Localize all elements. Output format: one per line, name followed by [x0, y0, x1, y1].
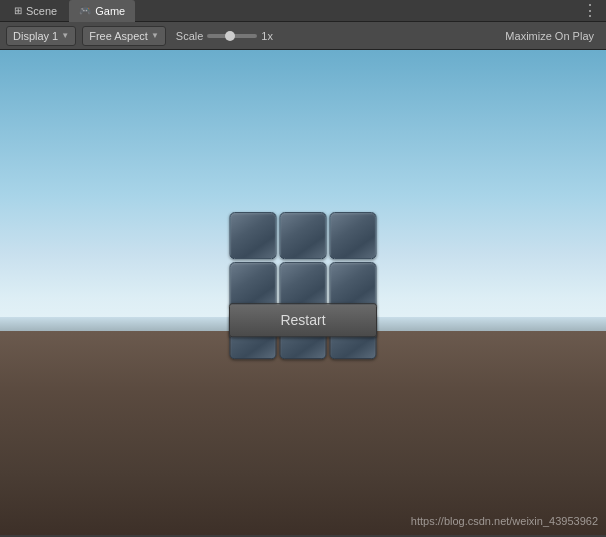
tab-scene-label: Scene [26, 5, 57, 17]
grid-cell-2-1[interactable] [230, 262, 277, 309]
watermark: https://blog.csdn.net/weixin_43953962 [411, 515, 598, 527]
grid-row-1 [230, 212, 377, 259]
grid-cell-2-3[interactable] [330, 262, 377, 309]
aspect-dropdown[interactable]: Free Aspect ▼ [82, 26, 166, 46]
overflow-menu-icon[interactable]: ⋮ [578, 1, 602, 20]
grid-cell-1-2[interactable] [280, 212, 327, 259]
maximize-label: Maximize On Play [505, 30, 594, 42]
scale-section: Scale 1x [176, 30, 273, 42]
tab-game[interactable]: 🎮 Game [69, 0, 135, 22]
watermark-text: https://blog.csdn.net/weixin_43953962 [411, 515, 598, 527]
display-label: Display 1 [13, 30, 58, 42]
tab-bar-left: ⊞ Scene 🎮 Game [4, 0, 135, 22]
game-icon: 🎮 [79, 5, 91, 16]
scale-value: 1x [261, 30, 273, 42]
maximize-on-play-button[interactable]: Maximize On Play [499, 28, 600, 44]
toolbar: Display 1 ▼ Free Aspect ▼ Scale 1x Maxim… [0, 22, 606, 50]
tab-scene[interactable]: ⊞ Scene [4, 0, 67, 22]
scene-icon: ⊞ [14, 5, 22, 16]
scale-label: Scale [176, 30, 204, 42]
aspect-dropdown-arrow: ▼ [151, 31, 159, 40]
grid-cell-1-1[interactable] [230, 212, 277, 259]
grid-row-2 [230, 262, 377, 309]
grid-cell-1-3[interactable] [330, 212, 377, 259]
restart-label: Restart [280, 312, 325, 328]
grid-cell-2-2[interactable] [280, 262, 327, 309]
scale-thumb [225, 31, 235, 41]
scale-slider[interactable] [207, 34, 257, 38]
tab-game-label: Game [95, 5, 125, 17]
ground-background [0, 331, 606, 535]
display-dropdown[interactable]: Display 1 ▼ [6, 26, 76, 46]
display-dropdown-arrow: ▼ [61, 31, 69, 40]
tab-bar: ⊞ Scene 🎮 Game ⋮ [0, 0, 606, 22]
aspect-label: Free Aspect [89, 30, 148, 42]
restart-button[interactable]: Restart [229, 303, 377, 337]
game-viewport: Restart https://blog.csdn.net/weixin_439… [0, 50, 606, 535]
